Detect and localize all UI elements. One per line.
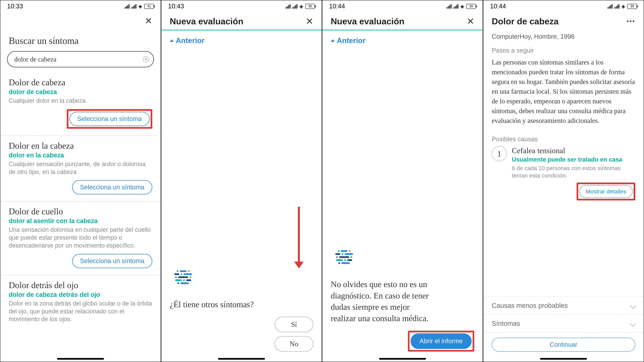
back-label: Anterior: [337, 36, 366, 45]
header: Nueva evaluación ✕: [161, 11, 322, 30]
cause-title: Cefalea tensional: [512, 146, 635, 155]
header: ✕: [0, 11, 161, 29]
select-symptom-button[interactable]: Selecciona un síntoma: [72, 180, 152, 194]
show-details-button[interactable]: Mostrar detalles: [579, 185, 632, 198]
select-symptom-button[interactable]: Selecciona un síntoma: [70, 112, 150, 126]
status-right: ◈ 41: [124, 3, 154, 9]
bottom-bar: Continuar: [483, 332, 644, 362]
result-desc: Dolor en la zona detrás del globo ocular…: [9, 300, 152, 323]
result-sub: dolor en la cabeza: [9, 152, 152, 159]
question-text: ¿Él tiene otros síntomas?: [170, 299, 313, 310]
result-desc: Una sensación dolorosa en cualquier part…: [9, 226, 152, 249]
status-bar: 10:44 ◈ 39: [483, 0, 644, 11]
result-sub: dolor al asentir con la cabeza: [9, 217, 152, 225]
causes-label: Posibles causas: [483, 136, 644, 143]
signal-icon: [608, 4, 612, 8]
more-button[interactable]: •••: [626, 18, 635, 25]
chevron-down-icon: [630, 321, 636, 327]
page-title: Buscar un síntoma: [0, 29, 161, 51]
signal-icon-2: [454, 4, 458, 8]
continue-button[interactable]: Continuar: [492, 338, 635, 352]
highlight-box: Abrir el informe: [408, 331, 474, 352]
status-bar: 10:43 ◈ 39: [161, 0, 322, 11]
no-button[interactable]: No: [275, 336, 313, 352]
home-indicator[interactable]: [57, 358, 104, 360]
clock: 10:44: [329, 3, 345, 10]
battery-icon: 39: [305, 4, 315, 9]
cause-item: 1 Cefalea tensional Usualmente puede ser…: [483, 146, 644, 183]
question-block: No olvides que esto no es un diagnóstico…: [322, 250, 483, 331]
cause-sub: Usualmente puede ser tratado en casa: [512, 156, 635, 163]
signal-icon-2: [132, 4, 136, 8]
search-input[interactable]: [7, 51, 154, 67]
status-right: ◈ 39: [608, 3, 637, 9]
chevron-up-icon: [331, 39, 335, 42]
result-desc: Cualquier sensación punzante, de ardor o…: [9, 160, 152, 176]
close-button[interactable]: ✕: [467, 17, 474, 26]
chevron-down-icon: [630, 303, 636, 309]
cause-cta-wrap: Mostrar detalles: [483, 183, 644, 207]
page-title: Nueva evaluación: [170, 16, 243, 26]
open-report-button[interactable]: Abrir el informe: [410, 333, 472, 349]
wifi-icon: ◈: [621, 3, 625, 9]
cause-number: 1: [492, 146, 507, 161]
signal-icon: [286, 4, 290, 8]
status-bar: 10:44 ◈ 39: [322, 0, 483, 11]
yes-button[interactable]: Sí: [275, 317, 313, 332]
result-item: Dolor de cabeza dolor de cabeza Cualquie…: [0, 72, 161, 136]
wifi-icon: ◈: [460, 3, 464, 9]
result-title: Dolor de cabeza: [9, 77, 152, 87]
result-title: Dolor en la cabeza: [9, 141, 152, 151]
result-item: Dolor en la cabeza dolor en la cabeza Cu…: [0, 136, 161, 202]
annotation-arrow: [298, 207, 300, 264]
close-button[interactable]: ✕: [306, 17, 313, 26]
back-link[interactable]: Anterior: [322, 30, 483, 51]
result-sub: dolor de cabeza detrás del ojo: [9, 291, 152, 298]
screen-3-disclaimer: 10:44 ◈ 39 Nueva evaluación ✕ Anterior N…: [322, 0, 483, 362]
cause-desc: 6 de cada 10 personas con estos síntomas…: [512, 164, 635, 179]
patient-meta: ComputerHoy, Hombre, 1996: [483, 33, 644, 40]
search-wrap: ✕: [0, 51, 161, 72]
chevron-up-icon: [170, 39, 174, 42]
highlight-box: Selecciona un síntoma: [67, 109, 152, 129]
status-bar: 10:33 ◈ 41: [0, 0, 161, 11]
back-label: Anterior: [176, 36, 204, 45]
header: Dolor de cabeza •••: [483, 11, 644, 30]
steps-body: Las personas con síntomas similares a lo…: [483, 57, 644, 125]
header: Nueva evaluación ✕: [322, 11, 483, 30]
answer-buttons: Sí No: [161, 317, 322, 362]
result-title: Dolor detrás del ojo: [9, 280, 152, 290]
clock: 10:33: [7, 3, 23, 10]
accordion-label: Causas menos probables: [492, 302, 568, 309]
accordion-label: Síntomas: [492, 320, 520, 327]
result-item: Dolor de cuello dolor al asentir con la …: [0, 201, 161, 275]
home-indicator[interactable]: [540, 358, 587, 360]
select-symptom-button[interactable]: Selecciona un síntoma: [72, 254, 152, 268]
cta-wrap: Abrir el informe: [322, 331, 483, 362]
screen-4-report: 10:44 ◈ 39 Dolor de cabeza ••• ComputerH…: [483, 0, 644, 362]
wifi-icon: ◈: [299, 3, 303, 9]
question-block: ¿Él tiene otros síntomas?: [161, 270, 322, 317]
wifi-icon: ◈: [138, 3, 142, 9]
battery-icon: 39: [627, 4, 637, 9]
signal-icon: [124, 4, 130, 8]
battery-icon: 39: [466, 4, 476, 9]
page-title: Nueva evaluación: [331, 16, 404, 26]
result-desc: Cualquier dolor en la cabeza.: [9, 97, 152, 105]
back-link[interactable]: Anterior: [161, 30, 322, 51]
result-title: Dolor de cuello: [9, 206, 152, 216]
battery-icon: 41: [144, 4, 154, 9]
signal-icon: [446, 4, 452, 8]
highlight-box: Mostrar detalles: [576, 183, 635, 200]
accordion-less-likely[interactable]: Causas menos probables: [483, 297, 644, 314]
clear-search-icon[interactable]: ✕: [143, 56, 149, 62]
clock: 10:44: [490, 3, 506, 10]
home-indicator[interactable]: [379, 358, 426, 360]
app-logo-icon: [331, 250, 358, 272]
accordion-symptoms[interactable]: Síntomas: [483, 314, 644, 332]
close-button[interactable]: ✕: [145, 16, 152, 25]
result-item: Dolor detrás del ojo dolor de cabeza det…: [0, 275, 161, 334]
clock: 10:43: [168, 3, 184, 10]
home-indicator[interactable]: [218, 358, 265, 360]
status-right: ◈ 39: [286, 3, 315, 9]
